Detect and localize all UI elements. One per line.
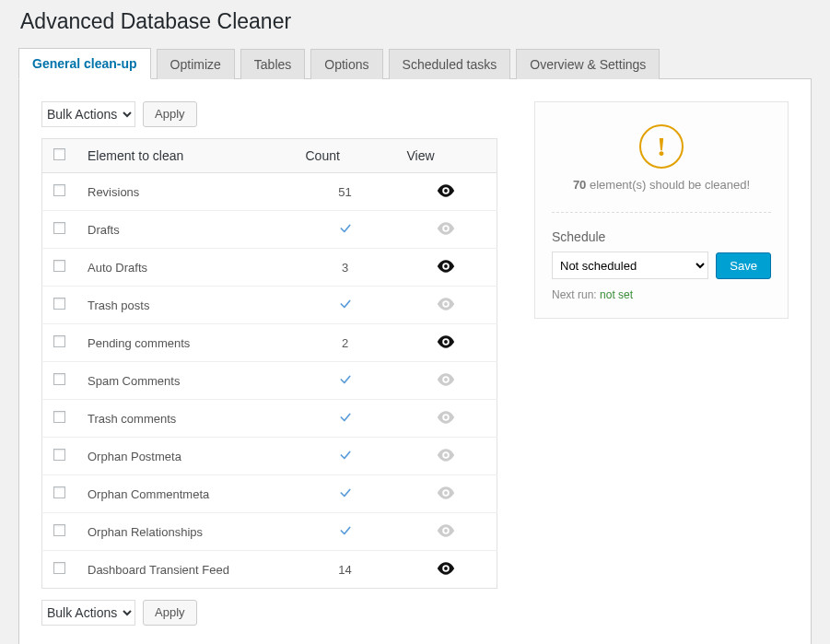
row-count: 3 (295, 249, 396, 287)
eye-icon (436, 372, 456, 387)
save-button[interactable]: Save (716, 252, 771, 279)
apply-button-top[interactable]: Apply (143, 101, 197, 127)
row-checkbox[interactable] (53, 524, 65, 536)
eye-icon (436, 448, 456, 463)
next-run: Next run: not set (552, 288, 771, 301)
row-label: Spam Comments (76, 362, 295, 400)
table-row: Revisions51 (42, 173, 497, 211)
row-checkbox[interactable] (53, 298, 65, 310)
bulk-actions-select-bottom[interactable]: Bulk Actions (41, 600, 135, 626)
eye-icon[interactable] (436, 334, 456, 349)
row-label: Drafts (76, 211, 295, 249)
row-count (295, 400, 396, 438)
row-checkbox[interactable] (53, 486, 65, 498)
row-view (396, 362, 497, 400)
tab-scheduled-tasks[interactable]: Scheduled tasks (389, 49, 511, 79)
row-checkbox[interactable] (53, 222, 65, 234)
check-icon (338, 524, 353, 537)
col-count: Count (295, 139, 396, 173)
apply-button-bottom[interactable]: Apply (143, 600, 197, 626)
svg-point-0 (444, 189, 448, 193)
table-row: Orphan Relationships (42, 513, 497, 551)
row-count: 14 (295, 551, 396, 589)
row-label: Auto Drafts (76, 249, 295, 287)
svg-point-10 (444, 567, 448, 570)
row-count (295, 287, 396, 324)
row-count: 2 (295, 324, 396, 362)
row-label: Trash posts (76, 287, 295, 324)
schedule-select[interactable]: Not scheduled (552, 252, 708, 279)
row-label: Dashboard Transient Feed (76, 551, 295, 589)
check-icon (338, 298, 353, 310)
svg-point-3 (444, 302, 448, 306)
eye-icon (436, 221, 456, 236)
row-checkbox[interactable] (53, 184, 65, 196)
svg-point-4 (444, 340, 448, 344)
row-view (396, 438, 497, 475)
row-count (295, 362, 396, 400)
select-all-checkbox[interactable] (53, 148, 65, 160)
table-row: Pending comments2 (42, 324, 497, 362)
row-count (295, 211, 396, 249)
tab-tables[interactable]: Tables (240, 49, 305, 79)
svg-point-2 (444, 264, 448, 268)
row-view[interactable] (396, 249, 497, 287)
table-row: Orphan Postmeta (42, 438, 497, 475)
row-checkbox[interactable] (53, 373, 65, 385)
row-view[interactable] (396, 551, 497, 589)
check-icon (338, 449, 353, 462)
row-count (295, 475, 396, 513)
col-element: Element to clean (76, 139, 295, 173)
sidebar-box: ! 70 element(s) should be cleaned! Sched… (534, 101, 789, 319)
row-view (396, 475, 497, 513)
page-title: Advanced Database Cleaner (20, 9, 812, 34)
row-checkbox[interactable] (53, 562, 65, 574)
col-view: View (396, 139, 497, 173)
svg-point-7 (444, 453, 448, 457)
row-label: Revisions (76, 173, 295, 211)
row-label: Orphan Relationships (76, 513, 295, 551)
row-checkbox[interactable] (53, 411, 65, 423)
tab-overview-settings[interactable]: Overview & Settings (516, 49, 660, 79)
eye-icon (436, 410, 456, 425)
svg-point-9 (444, 529, 448, 533)
row-label: Orphan Postmeta (76, 438, 295, 475)
eye-icon[interactable] (436, 183, 456, 198)
row-count (295, 438, 396, 475)
check-icon (338, 411, 353, 424)
eye-icon (436, 486, 456, 500)
eye-icon (436, 523, 456, 538)
svg-point-1 (444, 227, 448, 230)
cleanup-notice: 70 element(s) should be cleaned! (552, 178, 771, 192)
table-row: Auto Drafts3 (42, 249, 497, 287)
table-row: Spam Comments (42, 362, 497, 400)
table-row: Orphan Commentmeta (42, 475, 497, 513)
row-checkbox[interactable] (53, 449, 65, 461)
cleanup-table: Element to clean Count View Revisions51D… (41, 138, 497, 589)
row-count: 51 (295, 173, 396, 211)
svg-point-6 (444, 416, 448, 419)
eye-icon[interactable] (436, 259, 456, 274)
tab-bar: General clean-upOptimizeTablesOptionsSch… (18, 47, 812, 78)
tab-optimize[interactable]: Optimize (157, 49, 235, 79)
row-label: Orphan Commentmeta (76, 475, 295, 513)
row-view (396, 211, 497, 249)
table-row: Drafts (42, 211, 497, 249)
bulk-actions-select-top[interactable]: Bulk Actions (41, 101, 135, 127)
row-label: Trash comments (76, 400, 295, 438)
svg-point-8 (444, 491, 448, 495)
panel-general-cleanup: Bulk Actions Apply Element to clean Coun… (18, 78, 812, 644)
row-checkbox[interactable] (53, 335, 65, 347)
warning-icon: ! (639, 124, 684, 169)
eye-icon[interactable] (436, 561, 456, 576)
row-view[interactable] (396, 324, 497, 362)
row-view (396, 513, 497, 551)
row-view[interactable] (396, 173, 497, 211)
tab-general-clean-up[interactable]: General clean-up (18, 48, 151, 79)
table-row: Dashboard Transient Feed14 (42, 551, 497, 589)
check-icon (338, 373, 353, 386)
row-count (295, 513, 396, 551)
row-checkbox[interactable] (53, 260, 65, 272)
tab-options[interactable]: Options (310, 49, 382, 79)
schedule-label: Schedule (552, 229, 771, 244)
